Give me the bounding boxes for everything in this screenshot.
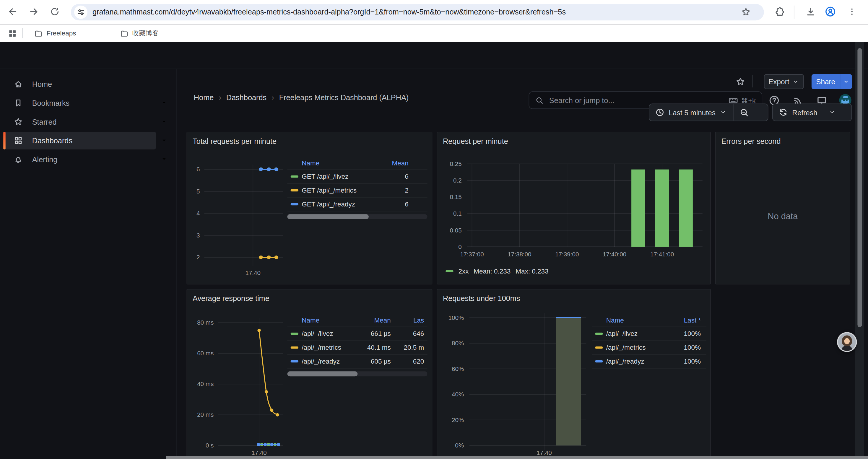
series-value: 20.5 m [391, 344, 424, 352]
svg-text:17:41:00: 17:41:00 [650, 251, 674, 258]
legend-table: NameMeanGET /api/_/livez6GET /api/_/metr… [287, 157, 427, 219]
series-name[interactable]: GET /api/_/readyz [302, 200, 378, 208]
legend-header[interactable]: Mean [356, 316, 391, 324]
sidebar-item-label: Starred [32, 118, 57, 126]
svg-text:100%: 100% [448, 314, 464, 321]
browser-menu-kebab-icon[interactable] [844, 4, 860, 19]
favorite-dashboard-star-icon[interactable] [734, 75, 747, 88]
panel-title[interactable]: Total requests per minute [193, 137, 277, 145]
sidebar-item-button[interactable]: Bookmarks [3, 94, 156, 112]
legend-row[interactable]: /api/_/livez661 µs646 [287, 327, 427, 341]
legend-scrollbar[interactable] [287, 214, 427, 219]
legend-row[interactable]: /api/_/readyz605 µs620 [287, 355, 427, 369]
legend-row[interactable]: GET /api/_/metrics2 [287, 184, 427, 198]
sidebar-item-label: Alerting [32, 155, 58, 164]
zoom-out-button[interactable] [733, 104, 755, 121]
vertical-scrollbar[interactable] [855, 42, 864, 459]
legend-header[interactable]: Las [391, 316, 424, 324]
chart-request-per-minute[interactable]: 0.250.20.150.10.05017:37:0017:38:0017:39… [440, 157, 707, 265]
address-bar[interactable]: grafana.mathmast.com/d/deytv4rwavabkb/fr… [71, 4, 764, 21]
horizontal-scrollbar[interactable] [166, 456, 868, 459]
breadcrumb-item[interactable]: Dashboards [226, 93, 267, 102]
refresh-interval-dropdown[interactable] [824, 104, 840, 121]
chart-requests-under-100ms[interactable]: 100%80%60%40%20%0%17:40 [440, 310, 601, 459]
series-name[interactable]: /api/_/metrics [606, 344, 672, 352]
refresh-button[interactable]: Refresh [773, 104, 824, 121]
bookmark-item[interactable]: Freeleaps [30, 27, 80, 40]
legend[interactable]: 2xx Mean: 0.233 Max: 0.233 [445, 267, 548, 275]
forward-icon[interactable] [26, 4, 41, 19]
svg-text:60 ms: 60 ms [197, 350, 214, 357]
panel-title[interactable]: Requests under 100ms [443, 294, 520, 303]
legend-row[interactable]: /api/_/metrics100% [592, 341, 706, 355]
series-name[interactable]: /api/_/readyz [606, 357, 672, 365]
time-range-picker[interactable]: Last 5 minutes [649, 104, 733, 121]
svg-text:4: 4 [196, 210, 200, 217]
export-button[interactable]: Export [764, 74, 804, 89]
scrollbar-thumb[interactable] [857, 48, 862, 327]
bell-icon [14, 155, 23, 164]
chevron-down-icon[interactable] [156, 132, 173, 150]
bookmark-item[interactable]: 收藏博客 [116, 27, 163, 40]
sidebar-item-button[interactable]: Alerting [3, 151, 156, 168]
site-settings-icon[interactable] [74, 6, 88, 19]
series-value: 100% [672, 344, 701, 352]
series-name[interactable]: /api/_/livez [302, 330, 356, 338]
legend-header-row: NameMean [287, 157, 427, 170]
legend-header[interactable]: Last * [672, 316, 701, 324]
legend-header[interactable]: Name [302, 316, 356, 324]
breadcrumb-item: Freeleaps Metrics Dashboard (ALPHA) [279, 93, 409, 102]
chevron-down-icon[interactable] [156, 94, 173, 112]
series-name[interactable]: GET /api/_/livez [302, 173, 378, 181]
reload-icon[interactable] [47, 4, 62, 19]
legend-row[interactable]: GET /api/_/livez6 [287, 170, 427, 184]
apps-grid-icon[interactable] [4, 25, 20, 41]
chart-average-response-time[interactable]: 80 ms60 ms40 ms20 ms0 s17:40 [189, 310, 286, 459]
sidebar-item-button[interactable]: Home [3, 75, 156, 93]
series-name[interactable]: /api/_/readyz [302, 357, 356, 365]
chevron-down-icon[interactable] [840, 74, 852, 89]
series-name[interactable]: GET /api/_/metrics [302, 186, 378, 194]
chevron-down-icon [793, 78, 799, 85]
star-icon [14, 117, 23, 126]
panel-total-requests-per-minute: Total requests per minute 6543217:40 Nam… [186, 132, 432, 285]
bookmark-icon [14, 99, 23, 107]
legend-row[interactable]: /api/_/livez100% [592, 327, 706, 341]
share-button[interactable]: Share [812, 74, 852, 89]
panel-title[interactable]: Errors per second [721, 137, 780, 145]
svg-text:40%: 40% [452, 391, 464, 398]
panel-average-response-time: Average response time 80 ms60 ms40 ms20 … [186, 289, 432, 459]
svg-text:20%: 20% [452, 417, 464, 423]
assistant-avatar[interactable] [837, 332, 857, 352]
panel-title[interactable]: Average response time [193, 294, 270, 303]
legend-table: NameMeanLas/api/_/livez661 µs646/api/_/m… [287, 314, 427, 376]
legend-scrollbar-thumb[interactable] [287, 371, 357, 376]
chart-total-requests-per-minute[interactable]: 6543217:40 [189, 157, 286, 282]
legend-header[interactable]: Mean [378, 159, 409, 167]
legend-scrollbar[interactable] [287, 371, 427, 376]
chevron-down-icon[interactable] [156, 151, 173, 168]
legend-row[interactable]: /api/_/metrics40.1 ms20.5 m [287, 341, 427, 355]
url-text[interactable]: grafana.mathmast.com/d/deytv4rwavabkb/fr… [92, 4, 740, 21]
svg-text:17:40: 17:40 [536, 449, 552, 456]
back-icon[interactable] [5, 4, 20, 19]
chevron-down-icon[interactable] [156, 113, 173, 131]
bookmark-page-star-icon[interactable] [741, 7, 751, 17]
downloads-icon[interactable] [803, 4, 818, 19]
legend-header[interactable]: Name [302, 159, 378, 167]
legend-header[interactable]: Name [606, 316, 672, 324]
extensions-icon[interactable] [771, 4, 786, 19]
series-color-chip [595, 360, 603, 362]
series-value: 661 µs [356, 330, 391, 338]
sidebar-item-button[interactable]: Starred [3, 113, 156, 131]
legend-row[interactable]: /api/_/readyz100% [592, 355, 706, 369]
series-name[interactable]: /api/_/livez [606, 330, 672, 338]
breadcrumb-item[interactable]: Home [194, 93, 214, 102]
series-color-chip [291, 175, 299, 177]
profile-icon[interactable] [823, 4, 838, 19]
series-name[interactable]: /api/_/metrics [302, 344, 356, 352]
legend-scrollbar-thumb[interactable] [287, 214, 368, 219]
sidebar-item-button[interactable]: Dashboards [3, 132, 156, 150]
panel-title[interactable]: Request per minute [443, 137, 508, 145]
legend-row[interactable]: GET /api/_/readyz6 [287, 198, 427, 211]
